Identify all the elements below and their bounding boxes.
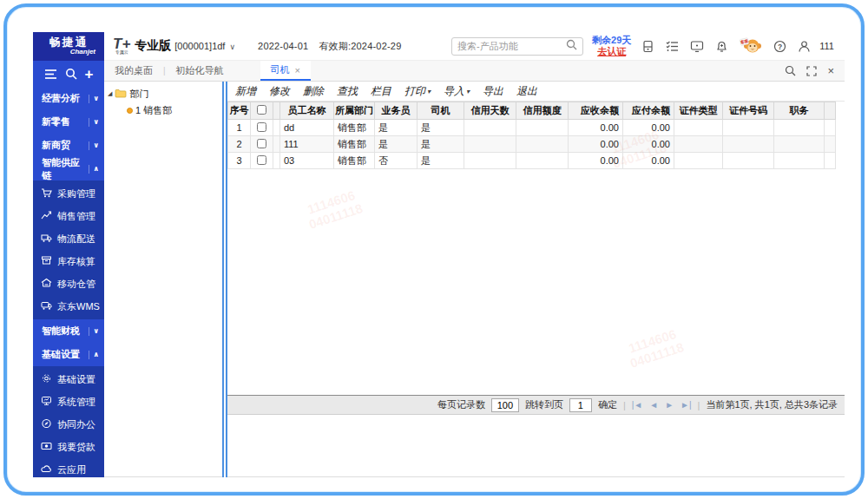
driver-table: 序号 员工名称 所属部门 业务员 司机 信用天数 信用额度 应收余额 应付余额 … <box>227 102 836 169</box>
window-frame: 畅捷通 Chanjet T+ 专属云 专业版 [000001]1df ∨ 202… <box>3 3 865 496</box>
workbench-icon[interactable] <box>641 40 654 53</box>
col-cert-number: 证件号码 <box>723 102 774 120</box>
prev-page-icon[interactable]: ◄ <box>649 400 658 410</box>
col-payable-balance: 应付余额 <box>623 102 674 120</box>
sidebar-section-basic-settings[interactable]: 基础设置 ∧ <box>33 343 104 366</box>
per-page-input[interactable] <box>491 398 519 412</box>
username-label[interactable]: 111 <box>819 41 834 51</box>
sidebar-item-system-management[interactable]: 系统管理 <box>33 391 104 413</box>
columns-button[interactable]: 栏目 <box>371 84 391 99</box>
top-bar: 畅捷通 Chanjet T+ 专属云 专业版 [000001]1df ∨ 202… <box>33 32 845 61</box>
sidebar-item-sales[interactable]: 销售管理 <box>33 205 104 227</box>
todo-list-icon[interactable] <box>666 40 679 53</box>
sidebar-item-mobile-warehouse[interactable]: 移动仓管 <box>33 272 104 295</box>
col-cert-type: 证件类型 <box>674 102 723 120</box>
sidebar-item-jd-wms[interactable]: 京东WMS <box>33 295 104 318</box>
print-dropdown-button[interactable]: 打印▾ <box>404 84 431 99</box>
row-checkbox[interactable] <box>257 122 266 132</box>
archive-box-icon <box>41 255 52 267</box>
first-page-icon[interactable]: |◄ <box>632 400 643 410</box>
sidebar-section-new-trade[interactable]: 新商贸 ∨ <box>33 134 104 157</box>
pagination-bar: 每页记录数 跳转到页 确定 | |◄ ◄ ► ►| | 当前第1 <box>227 395 845 415</box>
last-page-icon[interactable]: ►| <box>681 400 692 410</box>
feedback-icon[interactable] <box>690 40 704 53</box>
sidebar-item-loan[interactable]: 我要贷款 <box>33 436 104 458</box>
sidebar-section-finance-tax[interactable]: 智能财税 ∨ <box>33 319 104 343</box>
account-id: [000001]1df <box>174 41 225 51</box>
next-page-icon[interactable]: ► <box>665 400 674 410</box>
row-checkbox[interactable] <box>257 155 266 165</box>
trend-chart-icon <box>41 210 52 222</box>
monitor-icon <box>41 396 52 408</box>
col-select <box>251 102 273 120</box>
sidebar-section-new-retail[interactable]: 新零售 ∨ <box>33 110 104 134</box>
table-row: 1 dd 销售部 是 是 0.00 0.00 <box>228 120 836 136</box>
notification-bell-icon[interactable] <box>715 40 728 53</box>
cell-employee-name[interactable]: 03 <box>280 153 334 169</box>
row-checkbox[interactable] <box>257 139 266 148</box>
product-search-box[interactable] <box>451 37 583 56</box>
close-tab-icon[interactable]: × <box>295 65 300 76</box>
cart-icon <box>41 187 52 200</box>
sidebar-item-inventory[interactable]: 库存核算 <box>33 250 104 272</box>
import-dropdown-button[interactable]: 导入▾ <box>444 84 470 99</box>
sidebar-item-purchase[interactable]: 采购管理 <box>33 182 104 205</box>
table-row: 3 03 销售部 否 是 0.00 0.00 <box>228 153 836 169</box>
col-position: 职务 <box>774 102 825 120</box>
tree-node-department[interactable]: ◢ 部门 <box>108 87 219 101</box>
verify-link[interactable]: 去认证 <box>597 46 626 56</box>
compass-icon <box>41 418 52 430</box>
help-icon[interactable]: ? <box>773 40 786 53</box>
grid-toolbar: 新增 修改 删除 查找 栏目 打印▾ 导入▾ 导出 退出 <box>227 82 845 102</box>
chevron-down-icon: ∨ <box>230 43 236 51</box>
col-department: 所属部门 <box>334 102 375 120</box>
trial-days-label: 剩余29天 <box>592 36 631 45</box>
sidebar-item-collaboration[interactable]: 协同办公 <box>33 413 104 436</box>
menu-hamburger-icon[interactable] <box>44 69 57 80</box>
tab-driver-active[interactable]: 司机 × <box>260 61 311 81</box>
service-mascot-icon[interactable]: 客服 <box>740 36 762 56</box>
sidebar-item-cloud-apps[interactable]: 云应用 <box>33 458 104 477</box>
chevron-down-icon: ▾ <box>466 88 470 95</box>
logo-text-cn: 畅捷通 <box>49 36 89 48</box>
search-input[interactable] <box>457 41 566 51</box>
user-icon[interactable] <box>798 40 811 53</box>
close-panel-icon[interactable]: × <box>827 64 834 77</box>
select-all-checkbox[interactable] <box>257 105 266 115</box>
confirm-button[interactable]: 确定 <box>598 398 617 411</box>
new-button[interactable]: 新增 <box>235 84 256 99</box>
tab-my-desktop[interactable]: 我的桌面 <box>104 61 163 81</box>
chevron-down-icon: ∨ <box>89 141 100 150</box>
edit-button[interactable]: 修改 <box>269 84 290 99</box>
search-icon[interactable] <box>566 38 577 54</box>
cell-employee-name[interactable]: dd <box>280 120 334 136</box>
account-selector[interactable]: [000001]1df ∨ <box>174 41 235 51</box>
tab-init-navigation[interactable]: 初始化导航 <box>166 61 234 81</box>
department-tree: ◢ 部门 1 销售部 <box>104 82 222 477</box>
exit-button[interactable]: 退出 <box>516 84 537 99</box>
tab-search-icon[interactable] <box>785 65 796 76</box>
sidebar-section-supply-chain[interactable]: 智能供应链 ∧ <box>33 157 104 181</box>
add-plus-icon[interactable]: + <box>85 69 94 80</box>
cell-employee-name[interactable]: 111 <box>280 136 334 153</box>
banknote-icon <box>41 441 52 453</box>
truck-icon <box>41 233 52 245</box>
current-date: 2022-04-01 <box>258 41 308 51</box>
sidebar-item-logistics[interactable]: 物流配送 <box>33 227 104 250</box>
col-employee-name: 员工名称 <box>280 102 334 120</box>
fullscreen-icon[interactable] <box>806 66 817 76</box>
chevron-down-icon: ∨ <box>89 95 100 103</box>
chanjet-logo[interactable]: 畅捷通 Chanjet <box>33 32 104 61</box>
export-button[interactable]: 导出 <box>483 84 503 99</box>
goto-page-input[interactable] <box>569 398 592 412</box>
tree-node-sales-dept[interactable]: 1 销售部 <box>127 103 219 117</box>
chevron-up-icon: ∧ <box>89 165 100 174</box>
chevron-down-icon: ∨ <box>89 118 100 127</box>
delete-button[interactable]: 删除 <box>303 84 324 99</box>
sidebar-search-icon[interactable] <box>65 68 77 80</box>
sidebar-section-business-analysis[interactable]: 经营分析 ∨ <box>33 87 104 110</box>
tree-expanded-icon[interactable]: ◢ <box>108 90 112 97</box>
col-spacer <box>273 102 280 120</box>
sidebar-item-basic-settings[interactable]: 基础设置 <box>33 368 104 391</box>
find-button[interactable]: 查找 <box>337 84 358 99</box>
